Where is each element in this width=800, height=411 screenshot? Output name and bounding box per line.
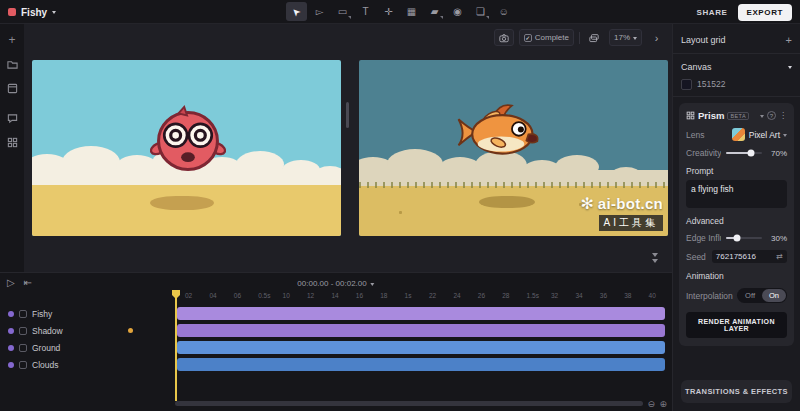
chevron-down-icon[interactable] — [783, 134, 787, 139]
zoom-level: 17% — [614, 33, 630, 42]
comment-icon[interactable] — [4, 110, 20, 126]
export-button[interactable]: EXPORT — [738, 4, 793, 21]
layers-view-button[interactable] — [585, 29, 604, 46]
toolbar-divider — [579, 32, 580, 44]
edge-influence-label: Edge Influe... — [686, 233, 721, 243]
interpolation-label: Interpolation — [686, 291, 737, 301]
snapshot-button[interactable] — [494, 29, 514, 46]
beta-badge: BETA — [727, 112, 749, 120]
timeline-panel: ▷ ⇤ 00:00.00 - 00:02.00 0204060.5s101214… — [0, 272, 672, 411]
help-icon[interactable]: ? — [767, 111, 776, 120]
stamp-tool-button[interactable]: ◉ — [447, 2, 468, 21]
folder-icon[interactable] — [4, 56, 20, 72]
chevron-down-icon — [52, 11, 56, 16]
project-menu[interactable]: Fishy — [8, 0, 56, 24]
left-sidebar: + — [0, 24, 24, 272]
dropdown-indicator-icon — [486, 16, 489, 19]
canvas-color-swatch[interactable] — [681, 79, 692, 90]
timeline-scrollbar[interactable] — [175, 401, 643, 406]
zoom-dropdown[interactable]: 17% — [609, 29, 642, 46]
seed-value: 762175616 — [716, 252, 756, 261]
collapse-prism-icon[interactable] — [760, 115, 764, 120]
canvas-frame-2[interactable]: ✻ ai-bot.cn AI工具集 — [359, 60, 668, 236]
text-tool-icon: T — [362, 7, 368, 17]
dropdown-indicator-icon — [440, 16, 443, 19]
top-bar: Fishy ➤ ▻ ▭ T ✛ ▦ ▰ ◉ ❏ ☺ SHARE EXPORT — [0, 0, 800, 24]
emoji-icon: ☺ — [498, 7, 508, 17]
pink-fish-illustration — [150, 104, 226, 178]
transform-tool-button[interactable]: ✛ — [378, 2, 399, 21]
timeline-zoom-out-button[interactable]: ⊖ — [647, 399, 655, 409]
collapse-canvas-button[interactable] — [652, 253, 658, 266]
track-area — [0, 273, 672, 411]
grass-strip — [359, 182, 668, 188]
edge-influence-value: 30% — [767, 234, 787, 243]
pattern-select-icon: ▦ — [407, 7, 416, 17]
complete-toggle[interactable]: ✓ Complete — [519, 29, 574, 46]
prompt-label: Prompt — [686, 166, 787, 176]
transitions-effects-button[interactable]: TRANSITIONS & EFFECTS — [681, 380, 792, 403]
track-bar-ground[interactable] — [177, 341, 665, 354]
direct-select-icon: ▻ — [316, 7, 324, 17]
canvas-frame-1[interactable] — [32, 60, 341, 236]
eraser-tool-button[interactable]: ▰ — [424, 2, 445, 21]
shapes-icon: ❏ — [476, 7, 485, 17]
marquee-tool-button[interactable]: ▭ — [332, 2, 353, 21]
emoji-tool-button[interactable]: ☺ — [493, 2, 514, 21]
lens-label: Lens — [686, 130, 732, 140]
timeline-zoom-in-button[interactable]: ⊕ — [659, 399, 667, 409]
panel-expand-button[interactable]: › — [647, 29, 666, 46]
app-logo-icon — [8, 8, 16, 16]
camera-icon — [499, 33, 509, 43]
advanced-section-label: Advanced — [686, 216, 787, 226]
canvas-toolbar: ✓ Complete 17% › — [494, 29, 666, 46]
direct-select-tool-button[interactable]: ▻ — [309, 2, 330, 21]
prism-grid-icon — [686, 111, 695, 120]
layout-grid-label: Layout grid — [681, 35, 726, 45]
canvas-workspace[interactable]: ✓ Complete 17% › — [24, 24, 672, 272]
watermark: ✻ ai-bot.cn AI工具集 — [580, 195, 663, 231]
render-animation-layer-button[interactable]: RENDER ANIMATION LAYER — [686, 312, 787, 338]
share-button[interactable]: SHARE — [696, 8, 727, 17]
seed-field[interactable]: 762175616 ⇄ — [712, 250, 787, 263]
shuffle-seed-icon[interactable]: ⇄ — [776, 252, 783, 261]
collapse-section-icon[interactable] — [788, 66, 792, 71]
track-bar-shadow[interactable] — [177, 324, 665, 337]
canvas-color-value: 151522 — [697, 79, 725, 89]
app-window: Fishy ➤ ▻ ▭ T ✛ ▦ ▰ ◉ ❏ ☺ SHARE EXPORT + — [0, 0, 800, 411]
watermark-brand: ai-bot.cn — [598, 195, 663, 212]
add-icon[interactable]: + — [4, 32, 20, 48]
interpolation-on-button[interactable]: On — [762, 289, 786, 302]
text-tool-button[interactable]: T — [355, 2, 376, 21]
lens-value[interactable]: Pixel Art — [749, 130, 780, 140]
panel-divider — [673, 53, 800, 54]
flower-logo-icon: ✻ — [580, 196, 593, 212]
checkbox-icon: ✓ — [524, 34, 532, 42]
frames-divider-handle[interactable] — [346, 102, 349, 128]
creativity-slider[interactable] — [726, 152, 762, 154]
edge-influence-slider[interactable] — [726, 237, 762, 239]
chevron-right-icon: › — [655, 32, 659, 44]
eraser-icon: ▰ — [431, 7, 439, 17]
fish-shadow — [479, 196, 535, 208]
interpolation-off-button[interactable]: Off — [738, 289, 762, 302]
select-tool-button[interactable]: ➤ — [286, 2, 307, 21]
add-layout-grid-button[interactable]: + — [786, 34, 792, 46]
creativity-label: Creativity — [686, 148, 721, 158]
apps-grid-icon[interactable] — [4, 134, 20, 150]
project-name: Fishy — [21, 7, 47, 18]
prism-title: Prism — [698, 110, 724, 121]
watermark-caption: AI工具集 — [599, 215, 663, 231]
track-bar-clouds[interactable] — [177, 358, 665, 371]
creativity-value: 70% — [767, 149, 787, 158]
prompt-textarea[interactable]: a flying fish — [686, 180, 787, 208]
pattern-select-tool-button[interactable]: ▦ — [401, 2, 422, 21]
shapes-tool-button[interactable]: ❏ — [470, 2, 491, 21]
lens-thumbnail — [732, 128, 745, 141]
kebab-menu-icon[interactable]: ⋮ — [779, 111, 787, 120]
track-bar-fishy[interactable] — [177, 307, 665, 320]
interpolation-segment: Off On — [737, 288, 787, 303]
seed-label: Seed — [686, 252, 706, 262]
frames-icon[interactable] — [4, 80, 20, 96]
panel-divider — [673, 96, 800, 97]
